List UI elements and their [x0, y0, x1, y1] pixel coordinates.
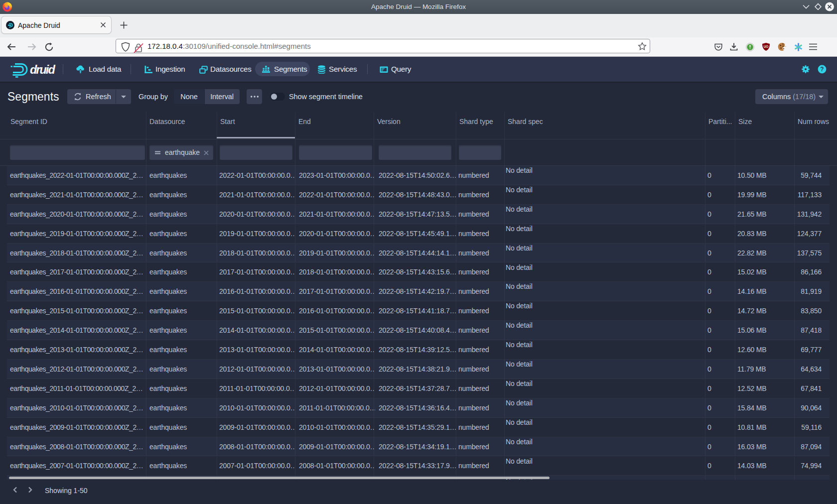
svg-text:UO: UO	[764, 45, 769, 48]
svg-text:?: ?	[820, 66, 824, 73]
